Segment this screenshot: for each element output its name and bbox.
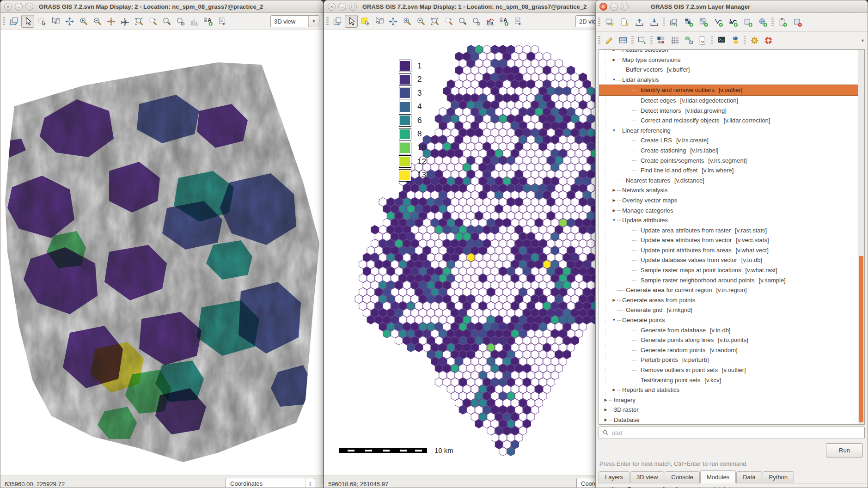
map1-canvas[interactable]: 123468101213 10 km — [324, 30, 628, 476]
expander-icon[interactable]: ▶ — [611, 206, 617, 216]
tree-item-reports-and-statistics[interactable]: ▶Reports and statistics — [599, 385, 858, 395]
add-vector-misc-button[interactable] — [726, 15, 740, 29]
map-export-button[interactable] — [215, 15, 228, 28]
tree-item-generate-from-database[interactable]: Generate from database[v.in.db] — [599, 325, 858, 336]
fly-through-button[interactable] — [118, 15, 131, 28]
tree-item-update-attributes[interactable]: ▼Update attributes — [599, 215, 858, 226]
titlebar-map-display-2[interactable]: × – □ GRASS GIS 7.2.svn Map Display: 2 -… — [0, 0, 323, 13]
save-workspace-button[interactable] — [647, 15, 661, 29]
toolbar-drag-handle[interactable] — [598, 18, 600, 27]
tree-item-generate-points-along-lines[interactable]: Generate points along lines[v.to.points] — [599, 335, 858, 345]
zoom-in-button[interactable] — [400, 15, 413, 28]
georectify-button[interactable] — [668, 34, 681, 47]
expander-icon[interactable]: ▶ — [603, 405, 609, 415]
tree-item-database[interactable]: ▶Database — [599, 415, 858, 425]
minimize-button[interactable]: – — [15, 3, 23, 11]
tree-item-identify-and-remove-outliers[interactable]: Identify and remove outliers[v.outlier] — [599, 85, 858, 96]
analyze-button[interactable] — [188, 15, 201, 28]
module-search-input[interactable]: stat — [599, 427, 865, 439]
toolbar-drag-handle[interactable] — [598, 36, 600, 45]
settings-button[interactable] — [748, 34, 761, 47]
add-vector-button[interactable] — [711, 15, 725, 29]
maximize-button[interactable]: □ — [25, 3, 33, 11]
tree-item-update-area-attributes-from-raster[interactable]: Update area attributes from raster[v.ras… — [599, 226, 858, 236]
query-button[interactable] — [49, 15, 62, 28]
tab-layers[interactable]: Layers — [599, 471, 630, 483]
tree-item-perturb-points[interactable]: Perturb points[v.perturb] — [599, 355, 858, 365]
titlebar-layer-manager[interactable]: × – □ GRASS GIS 7.2.svn Layer Manager — [596, 0, 868, 13]
tree-item-remove-outliers-in-point-sets[interactable]: Remove outliers in point sets[v.outlier] — [599, 365, 858, 375]
add-overlay-button[interactable]: A — [497, 15, 510, 28]
add-overlay-button[interactable]: A — [202, 15, 214, 28]
map-export-button[interactable] — [511, 15, 524, 28]
zoom-region-button[interactable] — [470, 15, 483, 28]
new-display2-button[interactable] — [636, 34, 648, 47]
select-feature-button[interactable] — [359, 15, 372, 28]
tree-scrollbar[interactable] — [858, 50, 864, 424]
tree-item-sample-raster-neighborhood-around-points[interactable]: Sample raster neighborhood around points… — [599, 275, 858, 286]
tree-item-create-lrs[interactable]: Create LRS[v.lrs.create] — [599, 135, 858, 146]
expander-icon[interactable]: ▶ — [611, 195, 617, 206]
python-button[interactable] — [729, 34, 742, 47]
expander-icon[interactable]: ▼ — [611, 215, 617, 226]
tab-data[interactable]: Data — [736, 471, 762, 483]
maximize-button[interactable]: □ — [621, 3, 629, 11]
edit-vector-button[interactable] — [603, 34, 616, 47]
tree-item-correct-and-reclassify-objects[interactable]: Correct and reclassify objects[v.lidar.c… — [599, 116, 858, 126]
tree-item-3d-raster[interactable]: ▶3D raster — [599, 405, 858, 415]
render-map-button[interactable] — [7, 15, 20, 28]
tree-item-create-points-segments[interactable]: Create points/segments[v.lrs.segment] — [599, 156, 858, 166]
query-button[interactable] — [373, 15, 385, 28]
statusbar-mode-combo[interactable]: Coordinates ▲▼ — [226, 478, 315, 488]
raster-calculator-button[interactable] — [654, 34, 667, 47]
tree-item-update-area-attributes-from-vector[interactable]: Update area attributes from vector[v.vec… — [599, 235, 858, 245]
pointer-button[interactable] — [21, 15, 34, 28]
script-button[interactable] — [696, 34, 709, 47]
titlebar-map-display-1[interactable]: × – □ GRASS GIS 7.2.svn Map Display: 1 -… — [324, 0, 628, 13]
pan-button[interactable] — [63, 15, 76, 28]
tree-item-map-type-conversions[interactable]: ▶Map type conversions — [599, 55, 858, 65]
zoom-out-button[interactable] — [414, 15, 427, 28]
zoom-back-button[interactable] — [160, 15, 173, 28]
add-group-button[interactable] — [741, 15, 755, 29]
pan-button[interactable] — [386, 15, 399, 28]
expander-icon[interactable]: ▶ — [611, 295, 617, 305]
zoom-extent-button[interactable] — [132, 15, 145, 28]
expander-icon[interactable]: ▼ — [611, 126, 617, 136]
tab-python[interactable]: Python — [763, 471, 794, 483]
new-workspace-button[interactable] — [617, 15, 631, 29]
tree-item-buffer-vectors[interactable]: Buffer vectors[v.buffer] — [599, 65, 858, 75]
close-button[interactable]: × — [599, 3, 607, 11]
tree-item-linear-referencing[interactable]: ▼Linear referencing — [599, 126, 858, 136]
tree-item-sample-raster-maps-at-point-locations[interactable]: Sample raster maps at point locations[v.… — [599, 265, 858, 275]
new-display-button[interactable] — [603, 15, 617, 29]
add-command-layer-button[interactable] — [776, 15, 789, 29]
select-feature-button[interactable] — [35, 15, 48, 28]
zoom-region-button[interactable] — [174, 15, 187, 28]
toolbar-overflow-icon[interactable]: ▼ — [861, 38, 865, 43]
tab-modules[interactable]: Modules — [700, 470, 736, 483]
pointer-button[interactable] — [345, 15, 358, 28]
expander-icon[interactable]: ▶ — [611, 49, 617, 55]
expander-icon[interactable]: ▶ — [611, 185, 617, 195]
expander-icon[interactable]: ▼ — [611, 315, 617, 325]
zoom-back-button[interactable] — [456, 15, 469, 28]
add-web-service-button[interactable] — [756, 15, 770, 29]
tree-item-create-stationing[interactable]: Create stationing[v.lrs.label] — [599, 146, 858, 156]
tab-console[interactable]: Console — [665, 471, 700, 483]
tree-item-detect-edges[interactable]: Detect edges[v.lidar.edgedetection] — [599, 96, 858, 106]
toolbar-drag-handle[interactable] — [3, 17, 5, 26]
spinner-arrows-icon[interactable]: ▲▼ — [305, 478, 315, 488]
tree-item-detect-interiors[interactable]: Detect interiors[v.lidar.growing] — [599, 106, 858, 116]
close-button[interactable]: × — [4, 3, 12, 11]
zoom-free-button[interactable] — [146, 15, 159, 28]
tree-item-manage-categories[interactable]: ▶Manage categories — [599, 206, 858, 216]
render-map-button[interactable] — [331, 15, 344, 28]
tree-scrollbar-thumb[interactable] — [859, 256, 863, 422]
zoom-free-button[interactable] — [442, 15, 455, 28]
zoom-extent-button[interactable] — [428, 15, 441, 28]
minimize-button[interactable]: – — [610, 3, 618, 11]
minimize-button[interactable]: – — [338, 3, 346, 11]
add-raster-misc-button[interactable] — [697, 15, 710, 29]
help-button[interactable] — [762, 34, 775, 47]
